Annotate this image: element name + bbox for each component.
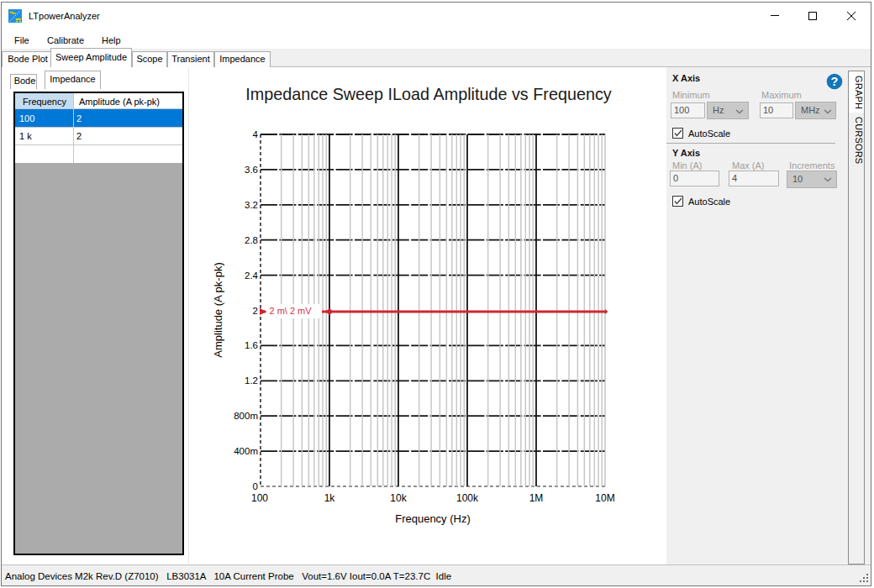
svg-text:10M: 10M bbox=[595, 492, 614, 504]
svg-text:1k: 1k bbox=[324, 492, 336, 504]
svg-text:Frequency (Hz): Frequency (Hz) bbox=[395, 512, 471, 525]
svg-text:2 m\ 2 mV: 2 m\ 2 mV bbox=[270, 306, 313, 316]
svg-text:800m: 800m bbox=[234, 411, 258, 421]
svg-text:?: ? bbox=[831, 75, 839, 88]
svg-text:Amplitude (A pk-pk): Amplitude (A pk-pk) bbox=[212, 262, 224, 357]
svg-text:2.8: 2.8 bbox=[245, 235, 258, 245]
svg-text:10k: 10k bbox=[390, 492, 407, 504]
svg-text:3.2: 3.2 bbox=[245, 200, 258, 210]
svg-text:1.6: 1.6 bbox=[245, 340, 258, 350]
svg-text:1.2: 1.2 bbox=[245, 375, 258, 386]
svg-text:2.4: 2.4 bbox=[245, 270, 259, 281]
svg-text:400m: 400m bbox=[234, 446, 258, 456]
svg-text:0: 0 bbox=[253, 481, 258, 491]
svg-text:4: 4 bbox=[253, 129, 259, 139]
svg-text:100: 100 bbox=[251, 492, 268, 504]
svg-text:2: 2 bbox=[253, 306, 258, 316]
svg-text:3.6: 3.6 bbox=[245, 165, 258, 175]
svg-text:Impedance Sweep ILoad Amplitud: Impedance Sweep ILoad Amplitude vs Frequ… bbox=[245, 85, 612, 103]
svg-text:1M: 1M bbox=[529, 492, 544, 504]
svg-text:100k: 100k bbox=[456, 492, 479, 504]
